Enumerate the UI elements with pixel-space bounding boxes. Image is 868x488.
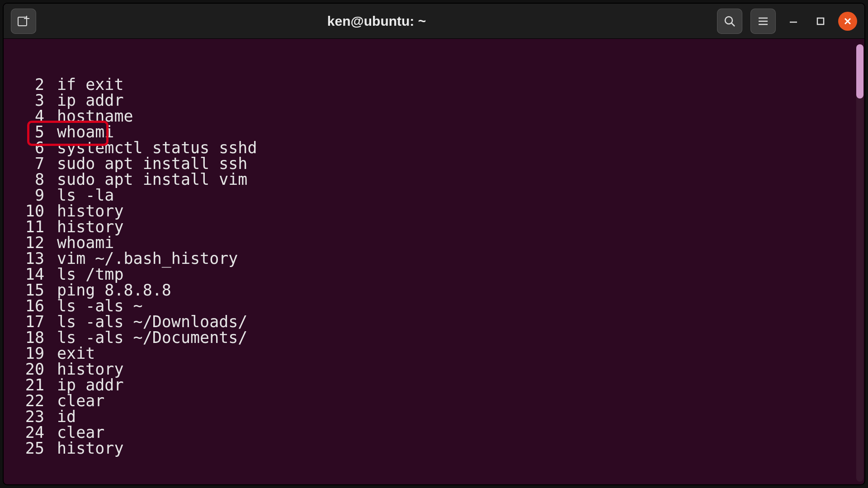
history-command: hostname	[57, 108, 133, 124]
history-line: 3ip addr	[4, 93, 864, 108]
close-button[interactable]	[838, 12, 857, 31]
history-line: 9ls -la	[4, 188, 864, 203]
history-number: 15	[4, 282, 44, 298]
history-command: history	[57, 441, 124, 456]
terminal-body[interactable]: 2if exit3ip addr4hostname5whoami6systemc…	[4, 39, 864, 484]
history-line: 23id	[4, 409, 864, 425]
new-tab-icon	[17, 14, 30, 28]
history-command: ls /tmp	[57, 267, 124, 282]
history-command: vim ~/.bash_history	[57, 251, 238, 267]
history-line: 11history	[4, 219, 864, 235]
titlebar: ken@ubuntu: ~	[4, 4, 864, 39]
history-number: 21	[4, 377, 44, 393]
history-command: history	[57, 219, 124, 235]
close-icon	[843, 16, 853, 26]
terminal-window: ken@ubuntu: ~	[3, 3, 865, 485]
svg-line-4	[731, 23, 735, 26]
history-line: 21ip addr	[4, 377, 864, 393]
scrollbar-thumb[interactable]	[856, 44, 863, 99]
new-tab-button[interactable]	[11, 9, 36, 34]
history-line: 4hostname	[4, 108, 864, 124]
history-number: 19	[4, 346, 44, 361]
history-number: 5	[4, 124, 44, 140]
menu-button[interactable]	[750, 9, 776, 34]
hamburger-icon	[757, 15, 769, 27]
history-line: 7sudo apt install ssh	[4, 156, 864, 172]
history-command: clear	[57, 393, 104, 409]
history-number: 22	[4, 393, 44, 409]
history-number: 6	[4, 140, 44, 156]
history-line: 10history	[4, 203, 864, 219]
scrollbar-track[interactable]	[856, 44, 863, 482]
history-number: 24	[4, 425, 44, 441]
history-command: sudo apt install vim	[57, 172, 247, 188]
history-line: 25history	[4, 441, 864, 456]
history-line: 5whoami	[4, 124, 864, 140]
history-command: ip addr	[57, 93, 124, 108]
history-number: 12	[4, 235, 44, 251]
history-line: 8sudo apt install vim	[4, 172, 864, 188]
history-line: 13vim ~/.bash_history	[4, 251, 864, 267]
history-number: 17	[4, 314, 44, 330]
history-number: 10	[4, 203, 44, 219]
maximize-button[interactable]	[811, 12, 830, 31]
history-command: id	[57, 409, 76, 425]
history-command: ping 8.8.8.8	[57, 282, 171, 298]
history-line: 15ping 8.8.8.8	[4, 282, 864, 298]
history-number: 18	[4, 330, 44, 346]
history-number: 8	[4, 172, 44, 188]
history-command: ls -als ~/Downloads/	[57, 314, 247, 330]
history-number: 4	[4, 108, 44, 124]
svg-point-3	[725, 17, 732, 24]
history-command: clear	[57, 425, 104, 441]
history-command: whoami	[57, 235, 114, 251]
history-number: 16	[4, 298, 44, 314]
history-number: 2	[4, 77, 44, 93]
history-number: 11	[4, 219, 44, 235]
history-line: 16ls -als ~	[4, 298, 864, 314]
history-command: if exit	[57, 77, 124, 93]
minimize-button[interactable]	[784, 12, 803, 31]
history-line: 24clear	[4, 425, 864, 441]
history-line: 12whoami	[4, 235, 864, 251]
window-title: ken@ubuntu: ~	[36, 14, 717, 29]
history-line: 20history	[4, 361, 864, 377]
search-icon	[723, 15, 736, 28]
history-number: 20	[4, 361, 44, 377]
search-button[interactable]	[717, 9, 742, 34]
history-command: systemctl status sshd	[57, 140, 257, 156]
history-line: 17ls -als ~/Downloads/	[4, 314, 864, 330]
history-line: 19exit	[4, 346, 864, 361]
history-command: history	[57, 203, 124, 219]
maximize-icon	[816, 16, 826, 26]
history-number: 23	[4, 409, 44, 425]
history-command: ls -als ~/Documents/	[57, 330, 247, 346]
history-command: ls -als ~	[57, 298, 143, 314]
history-number: 13	[4, 251, 44, 267]
history-command: sudo apt install ssh	[57, 156, 247, 172]
history-number: 25	[4, 441, 44, 456]
minimize-icon	[788, 16, 799, 27]
svg-rect-9	[817, 18, 824, 24]
history-command: ip addr	[57, 377, 124, 393]
history-command: ls -la	[57, 188, 114, 203]
history-number: 7	[4, 156, 44, 172]
history-command: history	[57, 361, 124, 377]
history-command: exit	[57, 346, 95, 361]
history-number: 9	[4, 188, 44, 203]
history-command: whoami	[57, 124, 114, 140]
history-line: 22clear	[4, 393, 864, 409]
history-line: 6systemctl status sshd	[4, 140, 864, 156]
history-number: 3	[4, 93, 44, 108]
history-line: 18ls -als ~/Documents/	[4, 330, 864, 346]
history-number: 14	[4, 267, 44, 282]
history-line: 2if exit	[4, 77, 864, 93]
history-line: 14ls /tmp	[4, 267, 864, 282]
